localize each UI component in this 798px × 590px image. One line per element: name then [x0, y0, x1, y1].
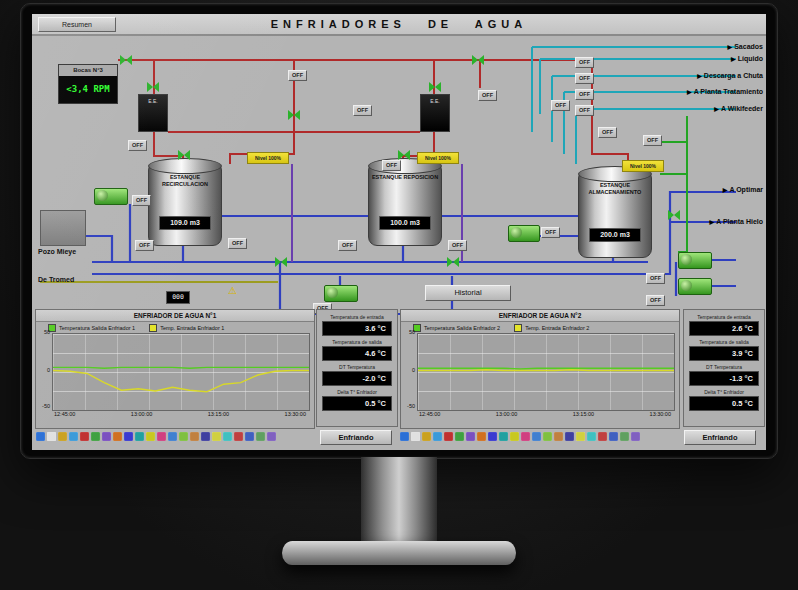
taskbar-icon[interactable]: [234, 432, 243, 441]
valve-off-6[interactable]: OFF: [598, 127, 617, 138]
pump-5[interactable]: [678, 278, 712, 295]
valve-icon[interactable]: [668, 210, 680, 220]
enfriando-button-2[interactable]: Enfriando: [684, 430, 756, 445]
taskbar-icon[interactable]: [466, 432, 475, 441]
taskbar-icon[interactable]: [521, 432, 530, 441]
valve-off-19[interactable]: OFF: [575, 89, 594, 100]
taskbar-icon[interactable]: [576, 432, 585, 441]
taskbar-icon[interactable]: [168, 432, 177, 441]
valve-off-18[interactable]: OFF: [575, 73, 594, 84]
enfriando-button-1[interactable]: Enfriando: [320, 430, 392, 445]
chart-panel-1: ENFRIADOR DE AGUA N°1 Temperatura Salida…: [35, 309, 315, 429]
valve-icon[interactable]: [472, 55, 484, 65]
valve-off-12[interactable]: OFF: [448, 240, 467, 251]
taskbar-icon[interactable]: [411, 432, 420, 441]
taskbar-icon[interactable]: [609, 432, 618, 441]
valve-off-1[interactable]: OFF: [128, 140, 147, 151]
level-indicator-1[interactable]: Nivel 100%: [247, 152, 289, 164]
valve-icon[interactable]: [120, 55, 132, 65]
taskbar-icon[interactable]: [631, 432, 640, 441]
valve-off-3[interactable]: OFF: [353, 105, 372, 116]
rpm-display-value: <3,4 RPM: [59, 76, 117, 102]
tromed-label: De Tromed: [38, 276, 74, 283]
historial-button[interactable]: Historial: [425, 285, 511, 301]
legend-swatch-yellow-icon: [514, 324, 522, 332]
pump-1[interactable]: [94, 188, 128, 205]
valve-off-4[interactable]: OFF: [478, 90, 497, 101]
valve-off-10[interactable]: OFF: [228, 238, 247, 249]
chart-legend: Temperatura Salida Enfriador 2 Temp. Ent…: [401, 322, 679, 333]
valve-off-2[interactable]: OFF: [288, 70, 307, 81]
taskbar-icon[interactable]: [69, 432, 78, 441]
taskbar-icon[interactable]: [587, 432, 596, 441]
taskbar-icon[interactable]: [135, 432, 144, 441]
level-indicator-2[interactable]: Nivel 100%: [417, 152, 459, 164]
readout-value: -2.0 °C: [322, 371, 392, 386]
scada-screen: Resumen ENFRIADORES DE AGUA Sacados Líqu…: [32, 14, 766, 450]
valve-icon[interactable]: [429, 82, 441, 92]
taskbar-icon[interactable]: [565, 432, 574, 441]
readout-value: 0.5 °C: [689, 396, 759, 411]
taskbar-icon[interactable]: [620, 432, 629, 441]
taskbar-icon[interactable]: [201, 432, 210, 441]
taskbar-icon[interactable]: [102, 432, 111, 441]
taskbar-icon[interactable]: [598, 432, 607, 441]
taskbar-icon[interactable]: [113, 432, 122, 441]
taskbar-icon[interactable]: [267, 432, 276, 441]
x-tick: 13:15:00: [208, 411, 229, 417]
taskbar-icon[interactable]: [455, 432, 464, 441]
taskbar-icon[interactable]: [47, 432, 56, 441]
taskbar-icon[interactable]: [36, 432, 45, 441]
pump-4[interactable]: [678, 252, 712, 269]
taskbar-icon[interactable]: [58, 432, 67, 441]
valve-icon[interactable]: [288, 110, 300, 120]
taskbar-icon[interactable]: [543, 432, 552, 441]
level-indicator-3[interactable]: Nivel 100%: [622, 160, 664, 172]
taskbar-icon[interactable]: [444, 432, 453, 441]
pump-2[interactable]: [324, 285, 358, 302]
readout-value: -1.3 °C: [689, 371, 759, 386]
taskbar-icon[interactable]: [422, 432, 431, 441]
taskbar-icon[interactable]: [157, 432, 166, 441]
valve-off-21[interactable]: OFF: [382, 160, 401, 171]
taskbar-icon[interactable]: [499, 432, 508, 441]
taskbar-icon[interactable]: [179, 432, 188, 441]
taskbar-icon[interactable]: [91, 432, 100, 441]
valve-off-16[interactable]: OFF: [646, 295, 665, 306]
taskbar-icon[interactable]: [212, 432, 221, 441]
valve-off-15[interactable]: OFF: [646, 273, 665, 284]
taskbar-icon[interactable]: [190, 432, 199, 441]
valve-off-14[interactable]: OFF: [541, 227, 560, 238]
valve-icon[interactable]: [275, 257, 287, 267]
taskbar-icon[interactable]: [80, 432, 89, 441]
taskbar-icon[interactable]: [256, 432, 265, 441]
right-label-liquido: Líquido: [731, 55, 763, 62]
valve-icon[interactable]: [147, 82, 159, 92]
taskbar-icon[interactable]: [433, 432, 442, 441]
valve-off-20[interactable]: OFF: [575, 105, 594, 116]
taskbar-icon[interactable]: [532, 432, 541, 441]
valve-icon[interactable]: [178, 150, 190, 160]
taskbar-icon[interactable]: [400, 432, 409, 441]
valve-icon[interactable]: [398, 150, 410, 160]
title-bar: Resumen ENFRIADORES DE AGUA: [32, 14, 766, 36]
taskbar-icon[interactable]: [245, 432, 254, 441]
valve-off-7[interactable]: OFF: [643, 135, 662, 146]
pump-3[interactable]: [508, 225, 540, 242]
valve-off-5[interactable]: OFF: [551, 100, 570, 111]
taskbar-icon[interactable]: [554, 432, 563, 441]
valve-off-17[interactable]: OFF: [575, 57, 594, 68]
valve-icon[interactable]: [447, 257, 459, 267]
taskbar-icon[interactable]: [146, 432, 155, 441]
taskbar-icon[interactable]: [510, 432, 519, 441]
taskbar-icon[interactable]: [477, 432, 486, 441]
counter-display: 000: [166, 291, 190, 304]
taskbar-icon[interactable]: [223, 432, 232, 441]
x-tick: 13:15:00: [573, 411, 594, 417]
valve-off-8[interactable]: OFF: [132, 195, 151, 206]
valve-off-11[interactable]: OFF: [338, 240, 357, 251]
taskbar-icon[interactable]: [488, 432, 497, 441]
arrow-right-icon: [697, 72, 702, 79]
valve-off-9[interactable]: OFF: [135, 240, 154, 251]
taskbar-icon[interactable]: [124, 432, 133, 441]
